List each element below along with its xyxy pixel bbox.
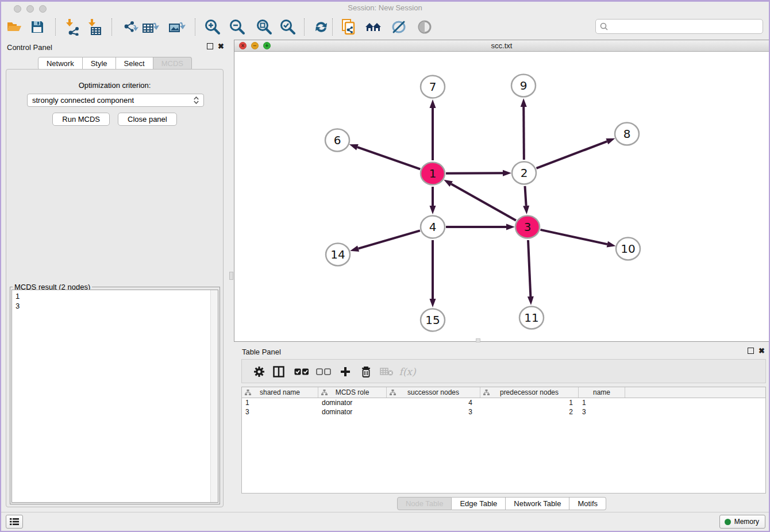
column-header-successor-nodes[interactable]: successor nodes: [387, 387, 480, 398]
tab-edge-table[interactable]: Edge Table: [452, 497, 506, 510]
graph-node-label-9: 9: [520, 79, 528, 92]
table-cell[interactable]: 3: [242, 407, 318, 417]
open-session-icon[interactable]: [5, 18, 24, 36]
edge-arrowhead: [350, 245, 359, 252]
search-input[interactable]: [609, 22, 763, 31]
delete-column-icon[interactable]: [357, 363, 375, 380]
column-header-predecessor-nodes[interactable]: predecessor nodes: [480, 387, 579, 398]
tab-select[interactable]: Select: [116, 57, 153, 70]
copy-network-icon[interactable]: [339, 18, 359, 36]
table-cell[interactable]: 1: [579, 398, 625, 407]
float-panel-icon[interactable]: [207, 43, 213, 49]
refresh-view-icon[interactable]: [311, 18, 331, 36]
column-header-label: predecessor nodes: [500, 388, 559, 396]
zoom-in-icon[interactable]: [202, 18, 222, 36]
select-all-columns-icon[interactable]: [292, 363, 311, 380]
zoom-selected-icon[interactable]: [278, 18, 297, 36]
edge-3-1[interactable]: [451, 184, 516, 221]
save-session-icon[interactable]: [28, 18, 47, 36]
app-title: Session: New Session: [1, 3, 769, 12]
edge-2-8[interactable]: [537, 141, 607, 168]
column-header-MCDS-role[interactable]: MCDS role: [318, 387, 387, 398]
tab-network-table[interactable]: Network Table: [506, 497, 569, 510]
memory-button[interactable]: Memory: [719, 515, 765, 529]
table-tabbar: Node TableEdge TableNetwork TableMotifs: [234, 497, 769, 510]
delete-table-icon[interactable]: [378, 363, 396, 380]
table-cell[interactable]: 3: [579, 407, 625, 417]
edge-arrowhead: [430, 299, 436, 307]
table-cell[interactable]: 4: [387, 398, 480, 407]
criterion-select-value: strongly connected component: [32, 96, 134, 105]
table-row[interactable]: 1dominator411: [242, 398, 765, 407]
node-table: shared nameMCDS rolesuccessor nodesprede…: [241, 387, 766, 494]
export-network-icon[interactable]: [121, 18, 141, 36]
close-panel-icon[interactable]: ✖: [218, 43, 224, 49]
table-row[interactable]: 3dominator323: [242, 407, 765, 417]
column-header-name[interactable]: name: [579, 387, 625, 398]
table-cell[interactable]: 3: [387, 407, 480, 417]
import-network-icon[interactable]: [63, 18, 82, 36]
table-cell[interactable]: 1: [480, 398, 579, 407]
import-table-icon[interactable]: [85, 18, 105, 36]
control-panel-title: Control Panel: [7, 43, 52, 52]
toolbar-separator: [111, 18, 112, 36]
status-bar: Memory: [1, 512, 769, 531]
tab-style[interactable]: Style: [83, 57, 116, 70]
graph-node-label-11: 11: [524, 311, 538, 325]
export-table-icon[interactable]: [141, 18, 161, 36]
criterion-select[interactable]: strongly connected component: [27, 94, 204, 107]
result-scrollbar[interactable]: [210, 290, 218, 502]
table-toolbar: f(x): [241, 359, 766, 383]
task-list-icon: [9, 518, 20, 526]
mcds-tab-content: Optimization criterion: strongly connect…: [6, 69, 224, 507]
edge-4-14[interactable]: [359, 230, 420, 248]
close-table-panel-icon[interactable]: ✖: [759, 348, 765, 354]
memory-label: Memory: [734, 518, 759, 526]
tab-mcds[interactable]: MCDS: [153, 57, 192, 70]
console-button[interactable]: [6, 515, 23, 529]
edge-arrowhead: [430, 99, 436, 108]
edge-3-11[interactable]: [528, 240, 530, 296]
toggle-bird-view-icon[interactable]: [415, 18, 434, 36]
table-panel-title: Table Panel: [242, 348, 281, 356]
tab-motifs[interactable]: Motifs: [569, 497, 606, 510]
edge-1-6[interactable]: [357, 147, 420, 169]
search-field[interactable]: [595, 19, 763, 34]
graph-node-label-3: 3: [524, 220, 532, 234]
table-options-gear-icon[interactable]: [250, 363, 268, 380]
mcds-result-list[interactable]: 13: [11, 290, 218, 503]
table-cell[interactable]: dominator: [318, 398, 387, 407]
create-column-icon[interactable]: [336, 363, 355, 380]
unselect-all-columns-icon[interactable]: [314, 363, 333, 380]
edge-3-10[interactable]: [540, 230, 607, 244]
close-panel-button[interactable]: Close panel: [118, 113, 177, 126]
toggle-style-icon[interactable]: [389, 18, 409, 36]
network-window-titlebar[interactable]: × − + scc.txt: [234, 40, 769, 52]
function-builder-icon[interactable]: f(x): [398, 363, 417, 380]
network-canvas[interactable]: 1234678910111415: [234, 52, 769, 341]
column-header-label: name: [593, 388, 610, 396]
graph-node-label-4: 4: [429, 220, 437, 234]
table-cell[interactable]: 2: [480, 407, 579, 417]
show-columns-icon[interactable]: [270, 363, 288, 380]
graph-node-label-2: 2: [521, 166, 528, 180]
export-image-icon[interactable]: [168, 18, 187, 36]
tab-network[interactable]: Network: [38, 57, 83, 70]
network-resize-handle[interactable]: [476, 338, 480, 342]
tab-node-table[interactable]: Node Table: [397, 497, 452, 510]
edge-1-2[interactable]: [446, 173, 503, 174]
column-hierarchy-icon: [483, 390, 490, 398]
edge-2-3[interactable]: [525, 186, 526, 206]
edge-2-9[interactable]: [523, 107, 524, 160]
panel-splitter-handle[interactable]: [229, 272, 233, 280]
table-cell[interactable]: dominator: [318, 407, 387, 417]
column-header-shared-name[interactable]: shared name: [242, 387, 318, 398]
network-view-window: × − + scc.txt 1234678910111415: [234, 40, 769, 342]
zoom-fit-icon[interactable]: [254, 18, 274, 36]
table-cell[interactable]: 1: [242, 398, 318, 407]
run-mcds-button[interactable]: Run MCDS: [52, 113, 110, 126]
edge-arrowhead: [521, 98, 527, 107]
zoom-out-icon[interactable]: [227, 18, 247, 36]
show-all-networks-icon[interactable]: [364, 18, 383, 36]
float-table-panel-icon[interactable]: [748, 348, 754, 354]
